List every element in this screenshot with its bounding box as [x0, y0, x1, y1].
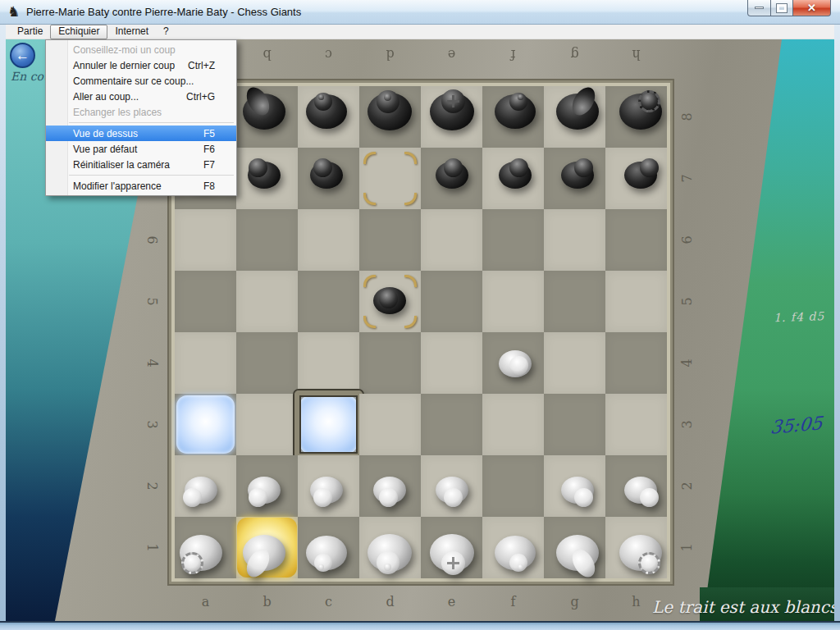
chess-board[interactable]	[175, 86, 667, 578]
square-h6[interactable]	[605, 209, 667, 271]
piece-black-pawn-g7[interactable]	[544, 148, 605, 209]
menu-item-shortcut: F8	[203, 180, 215, 192]
menu-item-r-initialiser-la-cam-ra[interactable]: Réinitialiser la caméraF7	[46, 157, 236, 172]
piece-white-queen-d1[interactable]	[359, 517, 421, 578]
piece-white-rook-h1[interactable]	[605, 517, 667, 578]
piece-black-pawn-b7[interactable]	[236, 148, 298, 209]
square-f6[interactable]	[482, 209, 544, 271]
square-a5[interactable]	[175, 271, 236, 332]
square-c4[interactable]	[298, 332, 359, 394]
close-button[interactable]: ✕	[793, 0, 831, 16]
move-list-text: 1. f4 d5	[774, 309, 834, 325]
square-b3[interactable]	[236, 394, 298, 455]
piece-black-pawn-h7[interactable]	[605, 148, 667, 209]
piece-white-rook-a1[interactable]	[175, 517, 236, 578]
menubar-item-internet[interactable]: Internet	[107, 25, 156, 39]
square-g6[interactable]	[544, 209, 605, 271]
window-frame-bottom	[0, 621, 840, 630]
square-e5[interactable]	[421, 271, 482, 332]
piece-white-pawn-f4[interactable]	[482, 332, 544, 394]
king-cross-icon	[447, 562, 459, 564]
piece-black-pawn-f7[interactable]	[482, 148, 544, 209]
menu-item-label: Conseillez-moi un coup	[73, 44, 176, 56]
square-a6[interactable]	[175, 209, 236, 271]
square-d4[interactable]	[359, 332, 421, 394]
back-button[interactable]: ←	[10, 43, 35, 68]
square-h4[interactable]	[605, 332, 667, 394]
square-b4[interactable]	[236, 332, 298, 394]
menu-item-aller-au-coup[interactable]: Aller au coup...Ctrl+G	[46, 89, 236, 104]
square-b6[interactable]	[236, 209, 298, 271]
menubar-item-partie[interactable]: Partie	[10, 25, 50, 39]
menu-item-label: Réinitialiser la caméra	[73, 159, 170, 171]
square-e3[interactable]	[421, 394, 482, 455]
menubar-item-item[interactable]: ?	[156, 25, 176, 39]
piece-white-bishop-f1[interactable]	[482, 517, 544, 578]
piece-white-pawn-b2[interactable]	[236, 455, 298, 517]
pawn-head	[444, 158, 463, 177]
piece-black-rook-h8[interactable]	[605, 86, 667, 148]
file-label-bottom-d: d	[359, 594, 421, 610]
piece-white-pawn-g2[interactable]	[544, 455, 605, 517]
window-controls: ✕	[747, 0, 831, 16]
square-c3[interactable]	[298, 394, 359, 455]
piece-white-pawn-e2[interactable]	[421, 455, 482, 517]
square-f2[interactable]	[482, 455, 544, 517]
square-h5[interactable]	[605, 271, 667, 332]
piece-black-king-e8[interactable]	[421, 86, 482, 148]
minimize-button[interactable]	[747, 0, 771, 16]
square-f5[interactable]	[482, 271, 544, 332]
piece-black-knight-b8[interactable]	[236, 86, 298, 148]
piece-white-knight-g1[interactable]	[544, 517, 605, 578]
square-b5[interactable]	[236, 271, 298, 332]
piece-white-pawn-c2[interactable]	[298, 455, 359, 517]
square-d3[interactable]	[359, 394, 421, 455]
square-g4[interactable]	[544, 332, 605, 394]
piece-white-knight-b1[interactable]	[236, 517, 298, 578]
menu-item-vue-de-dessus[interactable]: Vue de dessusF5	[46, 126, 236, 141]
pawn-head	[313, 488, 332, 507]
square-e6[interactable]	[421, 209, 482, 271]
pawn-head	[640, 488, 659, 507]
square-e4[interactable]	[421, 332, 482, 394]
menubar-item-echiquier[interactable]: Echiquier	[50, 25, 107, 39]
piece-white-king-e1[interactable]	[421, 517, 482, 578]
square-c6[interactable]	[298, 209, 359, 271]
menu-item-label: Vue de dessus	[73, 128, 138, 139]
menu-item-modifier-l-apparence[interactable]: Modifier l'apparenceF8	[46, 178, 236, 194]
square-h3[interactable]	[605, 394, 667, 455]
file-label-bottom-e: e	[421, 594, 482, 610]
square-f3[interactable]	[482, 394, 544, 455]
piece-black-pawn-e7[interactable]	[421, 148, 482, 209]
pawn-head	[444, 488, 463, 507]
square-a3[interactable]	[175, 394, 236, 455]
piece-black-pawn-c7[interactable]	[298, 148, 359, 209]
rook-head	[638, 552, 660, 574]
piece-white-bishop-c1[interactable]	[298, 517, 359, 578]
piece-white-pawn-a2[interactable]	[175, 455, 236, 517]
piece-white-pawn-h2[interactable]	[605, 455, 667, 517]
square-a4[interactable]	[175, 332, 236, 394]
piece-black-bishop-c8[interactable]	[298, 86, 359, 148]
menu-bar: PartieEchiquierInternet?	[6, 25, 834, 39]
piece-black-queen-d8[interactable]	[359, 86, 421, 148]
maximize-icon	[777, 4, 787, 12]
menu-item-annuler-le-dernier-coup[interactable]: Annuler le dernier coupCtrl+Z	[46, 57, 236, 73]
square-g5[interactable]	[544, 271, 605, 332]
echiquier-dropdown-menu: Conseillez-moi un coupAnnuler le dernier…	[45, 39, 237, 196]
rook-head	[638, 90, 660, 112]
square-c5[interactable]	[298, 271, 359, 332]
square-g3[interactable]	[544, 394, 605, 455]
piece-black-knight-g8[interactable]	[544, 86, 605, 148]
menu-item-vue-par-d-faut[interactable]: Vue par défautF6	[46, 141, 236, 157]
menu-item-commentaire-sur-ce-coup[interactable]: Commentaire sur ce coup...	[46, 73, 236, 89]
maximize-button[interactable]	[771, 0, 793, 16]
piece-black-pawn-d5[interactable]	[359, 271, 421, 332]
last-move-corner-marker	[363, 152, 376, 164]
square-d6[interactable]	[359, 209, 421, 271]
turn-message: Le trait est aux blancs.	[652, 597, 834, 617]
file-labels-bottom: abcdefgh	[175, 594, 667, 610]
piece-black-bishop-f8[interactable]	[482, 86, 544, 148]
piece-white-pawn-d2[interactable]	[359, 455, 421, 517]
square-d7[interactable]	[359, 148, 421, 209]
